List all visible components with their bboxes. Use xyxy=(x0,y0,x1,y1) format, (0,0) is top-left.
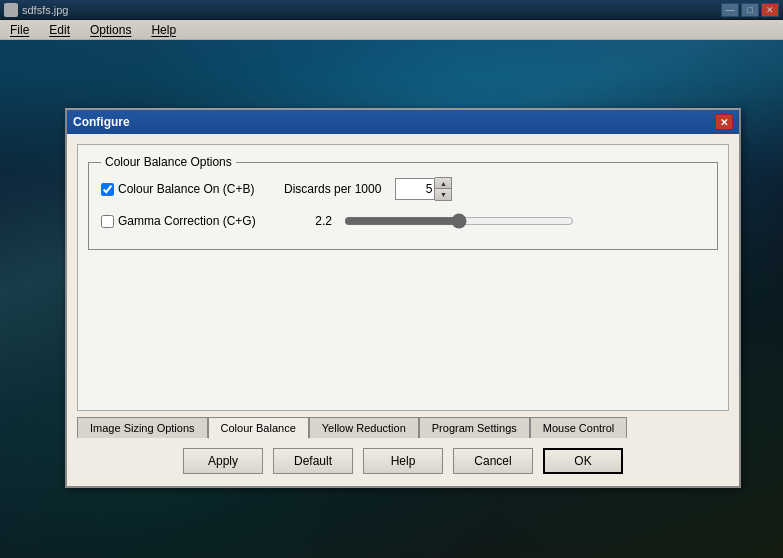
tab-bar: Image Sizing Options Colour Balance Yell… xyxy=(77,417,729,438)
minimize-button[interactable]: — xyxy=(721,3,739,17)
menubar: File Edit Options Help xyxy=(0,20,783,40)
colour-balance-label: Colour Balance On (C+B) xyxy=(101,182,276,196)
window-icon xyxy=(4,3,18,17)
spinner-buttons: ▲ ▼ xyxy=(435,177,452,201)
dialog-titlebar: Configure ✕ xyxy=(67,110,739,134)
cancel-button[interactable]: Cancel xyxy=(453,448,533,474)
colour-balance-row: Colour Balance On (C+B) Discards per 100… xyxy=(101,177,705,201)
discards-input[interactable] xyxy=(395,178,435,200)
tab-program-settings[interactable]: Program Settings xyxy=(419,417,530,438)
spinner-up-button[interactable]: ▲ xyxy=(435,178,451,189)
tab-image-sizing[interactable]: Image Sizing Options xyxy=(77,417,208,438)
gamma-slider[interactable] xyxy=(344,211,574,231)
menu-edit[interactable]: Edit xyxy=(43,23,76,37)
colour-balance-checkbox[interactable] xyxy=(101,183,114,196)
menu-file[interactable]: File xyxy=(4,23,35,37)
tab-mouse-control[interactable]: Mouse Control xyxy=(530,417,628,438)
colour-balance-group: Colour Balance Options Colour Balance On… xyxy=(88,155,718,250)
menu-options[interactable]: Options xyxy=(84,23,137,37)
tab-colour-balance[interactable]: Colour Balance xyxy=(208,417,309,439)
dialog-title: Configure xyxy=(73,115,130,129)
gamma-slider-container xyxy=(344,211,705,231)
spinner-down-button[interactable]: ▼ xyxy=(435,189,451,200)
gamma-value: 2.2 xyxy=(292,214,332,228)
main-content-area: Colour Balance Options Colour Balance On… xyxy=(77,144,729,411)
tab-yellow-reduction[interactable]: Yellow Reduction xyxy=(309,417,419,438)
help-button[interactable]: Help xyxy=(363,448,443,474)
discards-spinner: ▲ ▼ xyxy=(395,177,452,201)
apply-button[interactable]: Apply xyxy=(183,448,263,474)
configure-dialog: Configure ✕ Colour Balance Options Colou… xyxy=(65,108,741,488)
dialog-close-button[interactable]: ✕ xyxy=(715,114,733,130)
window-close-button[interactable]: ✕ xyxy=(761,3,779,17)
dialog-body: Colour Balance Options Colour Balance On… xyxy=(67,134,739,486)
window-titlebar: sdfsfs.jpg — □ ✕ xyxy=(0,0,783,20)
default-button[interactable]: Default xyxy=(273,448,353,474)
gamma-checkbox[interactable] xyxy=(101,215,114,228)
window-controls: — □ ✕ xyxy=(721,3,779,17)
ok-button[interactable]: OK xyxy=(543,448,623,474)
gamma-row: Gamma Correction (C+G) 2.2 xyxy=(101,211,705,231)
window-title: sdfsfs.jpg xyxy=(22,4,721,16)
maximize-button[interactable]: □ xyxy=(741,3,759,17)
gamma-label: Gamma Correction (C+G) xyxy=(101,214,276,228)
menu-help[interactable]: Help xyxy=(145,23,182,37)
discards-label: Discards per 1000 xyxy=(284,182,381,196)
group-label: Colour Balance Options xyxy=(101,155,236,169)
button-bar: Apply Default Help Cancel OK xyxy=(77,442,729,476)
